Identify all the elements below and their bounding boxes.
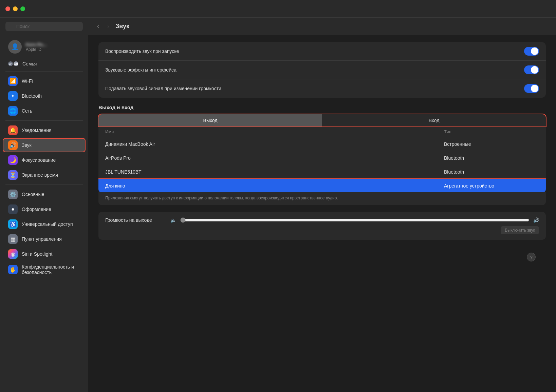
volume-label: Громкость на выходе xyxy=(105,217,166,223)
sidebar-item-label: Конфиденциальность и безопасность xyxy=(22,264,80,275)
network-icon: 🌐 xyxy=(8,106,18,116)
avatar: 👤 xyxy=(8,40,22,54)
device-name: Динамики MacBook Air xyxy=(105,141,444,147)
close-button[interactable] xyxy=(5,6,10,11)
privacy-icon: ✋ xyxy=(8,265,18,274)
family-label: Семья xyxy=(22,61,37,66)
device-type: Агрегатное устройство xyxy=(444,183,539,189)
volume-slider-wrapper xyxy=(180,217,529,223)
sidebar-item-general[interactable]: ⚙️ Основные xyxy=(3,187,86,201)
appearance-icon: ● xyxy=(8,204,18,214)
sidebar-item-siri[interactable]: ◉ Siri и Spotlight xyxy=(3,247,86,261)
focus-icon: 🌙 xyxy=(8,155,18,165)
user-name: Kате Ро... xyxy=(26,42,47,47)
screentime-icon: ⏳ xyxy=(8,170,18,180)
sidebar-item-notifications[interactable]: 🔔 Уведомления xyxy=(3,123,86,137)
general-icon: ⚙️ xyxy=(8,190,18,199)
help-button[interactable]: ? xyxy=(527,253,536,261)
volume-high-icon: 🔊 xyxy=(533,217,539,223)
sidebar-item-label: Универсальный доступ xyxy=(22,221,73,227)
nav-forward-button[interactable]: › xyxy=(105,21,111,31)
table-row[interactable]: JBL TUNE510BT Bluetooth xyxy=(98,165,546,179)
startup-toggle[interactable] xyxy=(524,47,539,56)
device-name: Для кино xyxy=(105,183,444,189)
col-name-header: Имя xyxy=(105,129,444,134)
content-body: Воспроизводить звук при запуске Звуковые… xyxy=(88,35,556,392)
setting-row-ui-sounds: Звуковые эффекты интерфейса xyxy=(98,61,546,79)
sidebar: 🔍 👤 Kате Ро... Apple ID ЕП АП Семья 📶 Wi… xyxy=(0,18,88,392)
table-row[interactable]: Динамики MacBook Air Встроенные xyxy=(98,137,546,151)
content-header: ‹ › Звук xyxy=(88,18,556,35)
controlcenter-icon: ▦ xyxy=(8,234,18,244)
sidebar-item-label: Пункт управления xyxy=(22,236,62,242)
sidebar-item-label: Основные xyxy=(22,192,44,197)
sound-icon: 🔊 xyxy=(8,140,18,150)
accessibility-icon: ♿ xyxy=(8,219,18,229)
io-title: Выход и вход xyxy=(98,104,546,110)
sidebar-item-sound[interactable]: 🔊 Звук xyxy=(3,138,86,152)
sidebar-item-label: Фокусирование xyxy=(22,157,56,163)
io-section: Выход и вход Выход Вход Имя Тип Динамики… xyxy=(98,104,546,205)
sidebar-item-label: Звук xyxy=(22,142,32,148)
setting-label: Звуковые эффекты интерфейса xyxy=(105,67,177,73)
io-tab-buttons: Выход Вход xyxy=(98,114,546,126)
apple-id-label: Apple ID xyxy=(26,47,47,52)
sidebar-item-accessibility[interactable]: ♿ Универсальный доступ xyxy=(3,217,86,231)
sidebar-item-label: Сеть xyxy=(22,108,32,114)
family-item[interactable]: ЕП АП Семья xyxy=(3,59,86,69)
volume-section: Громкость на выходе 🔈 🔊 Выключить звук xyxy=(98,212,546,240)
setting-row-startup: Воспроизводить звук при запуске xyxy=(98,42,546,61)
page-title: Звук xyxy=(115,23,129,30)
sound-settings-section: Воспроизводить звук при запуске Звуковые… xyxy=(98,42,546,98)
volume-feedback-toggle[interactable] xyxy=(524,84,539,93)
family-avatar-2: АП xyxy=(14,61,18,66)
sidebar-item-focus[interactable]: 🌙 Фокусирование xyxy=(3,153,86,167)
wifi-icon: 📶 xyxy=(8,76,18,86)
table-header: Имя Тип xyxy=(98,126,546,137)
minimize-button[interactable] xyxy=(13,6,18,11)
device-type: Встроенные xyxy=(444,141,539,147)
spatial-audio-note: Приложения смогут получать доступ к инфо… xyxy=(98,192,546,205)
sidebar-item-label: Siri и Spotlight xyxy=(22,251,52,257)
setting-row-volume-feedback: Подавать звуковой сигнал при изменении г… xyxy=(98,79,546,98)
sidebar-item-appearance[interactable]: ● Оформление xyxy=(3,202,86,216)
nav-back-button[interactable]: ‹ xyxy=(95,21,101,31)
maximize-button[interactable] xyxy=(20,6,25,11)
bluetooth-icon: ✦ xyxy=(8,91,18,101)
volume-slider[interactable] xyxy=(180,217,529,223)
sidebar-item-controlcenter[interactable]: ▦ Пункт управления xyxy=(3,232,86,246)
siri-icon: ◉ xyxy=(8,249,18,259)
traffic-lights xyxy=(5,6,25,11)
sidebar-item-label: Оформление xyxy=(22,207,51,212)
sidebar-item-bluetooth[interactable]: ✦ Bluetooth xyxy=(3,89,86,103)
volume-low-icon: 🔈 xyxy=(170,217,176,223)
sidebar-item-label: Уведомления xyxy=(22,128,52,133)
table-row[interactable]: Для кино Агрегатное устройство xyxy=(98,179,546,193)
setting-label: Подавать звуковой сигнал при изменении г… xyxy=(105,86,221,91)
device-type: Bluetooth xyxy=(444,155,539,161)
sidebar-item-network[interactable]: 🌐 Сеть xyxy=(3,104,86,118)
device-name: AirPods Pro xyxy=(105,155,444,161)
apple-id-item[interactable]: 👤 Kате Ро... Apple ID xyxy=(3,37,86,57)
tab-output[interactable]: Выход xyxy=(98,114,322,126)
notifications-icon: 🔔 xyxy=(8,125,18,135)
mute-button[interactable]: Выключить звук xyxy=(501,226,539,234)
sidebar-item-label: Экранное время xyxy=(22,172,58,178)
sidebar-item-label: Bluetooth xyxy=(22,93,42,99)
family-avatar-1: ЕП xyxy=(8,61,13,66)
col-type-header: Тип xyxy=(444,129,539,134)
sidebar-item-wifi[interactable]: 📶 Wi-Fi xyxy=(3,74,86,88)
content-area: ‹ › Звук Воспроизводить звук при запуске… xyxy=(88,18,556,392)
sidebar-item-privacy[interactable]: ✋ Конфиденциальность и безопасность xyxy=(3,262,86,277)
device-name: JBL TUNE510BT xyxy=(105,169,444,175)
tab-input[interactable]: Вход xyxy=(322,114,546,126)
table-row[interactable]: AirPods Pro Bluetooth xyxy=(98,151,546,165)
device-table: Имя Тип Динамики MacBook Air Встроенные … xyxy=(98,126,546,193)
setting-label: Воспроизводить звук при запуске xyxy=(105,48,179,54)
sidebar-item-label: Wi-Fi xyxy=(22,78,33,84)
sidebar-item-screentime[interactable]: ⏳ Экранное время xyxy=(3,168,86,182)
ui-sounds-toggle[interactable] xyxy=(524,65,539,74)
titlebar xyxy=(0,0,556,18)
device-type: Bluetooth xyxy=(444,169,539,175)
search-input[interactable] xyxy=(5,22,83,31)
